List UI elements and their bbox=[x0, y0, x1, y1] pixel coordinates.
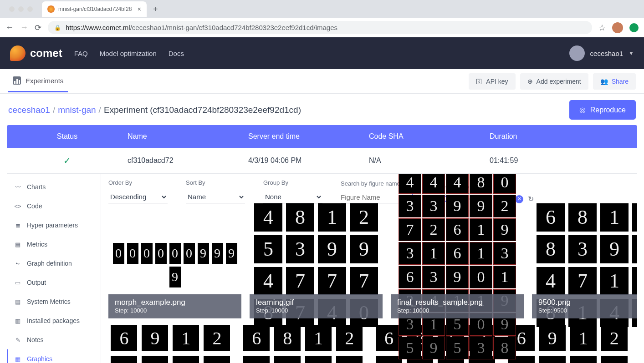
plus-icon: ⊕ bbox=[527, 78, 533, 85]
card-caption: morph_example.pngStep: 10000 bbox=[108, 294, 241, 318]
api-key-button[interactable]: ⚿API key bbox=[469, 73, 515, 90]
sidebar-item-notes[interactable]: ✎Notes bbox=[7, 330, 101, 349]
sidebar-item-graph[interactable]: •◦Graph definition bbox=[7, 254, 101, 273]
username: ceceshao1 bbox=[590, 50, 624, 57]
list-icon: ≣ bbox=[14, 222, 21, 229]
window-controls[interactable] bbox=[5, 6, 37, 12]
summary-duration: 01:41:59 bbox=[490, 156, 610, 165]
sidebar-item-output[interactable]: ▭Output bbox=[7, 273, 101, 292]
reload-button[interactable]: ⟳ bbox=[35, 23, 41, 33]
nav-model-optimization[interactable]: Model optimization bbox=[100, 50, 157, 57]
extension-icon[interactable] bbox=[629, 23, 639, 32]
package-icon: ▥ bbox=[14, 318, 21, 324]
sidebar-item-charts[interactable]: 〰Charts bbox=[7, 177, 101, 197]
profile-avatar[interactable] bbox=[612, 22, 623, 33]
favicon-icon bbox=[47, 5, 55, 13]
graph-icon: •◦ bbox=[14, 260, 21, 267]
summary-header: Status Name Server end time Code SHA Dur… bbox=[7, 125, 637, 148]
tab-experiments[interactable]: Experiments bbox=[8, 70, 68, 92]
card-caption: 9500.pngStep: 9500 bbox=[532, 294, 637, 318]
tab-title: mnist-gan/cf310adacd724bf28 bbox=[58, 6, 135, 12]
bookmark-icon[interactable]: ☆ bbox=[598, 23, 606, 33]
group-by-select[interactable]: None bbox=[263, 191, 322, 203]
key-icon: ⚿ bbox=[476, 78, 482, 85]
crumb-project[interactable]: mnist-gan bbox=[58, 105, 96, 115]
refresh-icon[interactable]: ↻ bbox=[528, 195, 534, 203]
image-card[interactable]: 69125399 bbox=[506, 325, 630, 363]
sidebar-item-sysmetrics[interactable]: ▤System Metrics bbox=[7, 292, 101, 311]
new-tab-button[interactable]: + bbox=[153, 5, 158, 14]
bar-chart-icon bbox=[13, 76, 21, 85]
close-tab-icon[interactable]: × bbox=[138, 5, 141, 13]
sort-by-select[interactable]: Name bbox=[186, 191, 245, 203]
search-input[interactable] bbox=[341, 192, 404, 203]
group-by-label: Group By bbox=[263, 179, 322, 186]
image-card[interactable]: 68128399471781409500.pngStep: 9500 bbox=[532, 212, 637, 318]
order-by-label: Order By bbox=[108, 179, 168, 186]
share-icon: 👥 bbox=[600, 78, 608, 85]
sidebar-item-code[interactable]: <>Code bbox=[7, 197, 101, 216]
order-by-select[interactable]: Descending bbox=[108, 191, 168, 203]
crumb-workspace[interactable]: ceceshao1 bbox=[8, 105, 50, 115]
chart-icon: 〰 bbox=[14, 184, 21, 191]
sidebar-item-graphics[interactable]: ▦Graphics bbox=[7, 349, 101, 363]
lock-icon: 🔒 bbox=[54, 25, 61, 31]
user-avatar[interactable] bbox=[569, 45, 585, 61]
sys-icon: ▤ bbox=[14, 298, 21, 305]
logo-icon bbox=[10, 45, 26, 61]
crumb-experiment: Experiment (cf310adacd724bf280323e2eef92… bbox=[104, 105, 301, 115]
forward-button[interactable]: → bbox=[20, 23, 28, 32]
reproduce-button[interactable]: ◎ Reproduce bbox=[569, 100, 636, 120]
image-card[interactable]: 68128399 bbox=[241, 325, 365, 363]
browser-chrome: mnist-gan/cf310adacd724bf28 × + ← → ⟳ 🔒 … bbox=[0, 0, 644, 37]
card-caption: learning.gifStep: 10000 bbox=[250, 294, 383, 318]
brand-text: comet bbox=[30, 47, 62, 60]
fingerprint-icon: ◎ bbox=[579, 106, 586, 114]
share-button[interactable]: 👥Share bbox=[593, 73, 636, 90]
image-card[interactable]: 4812539947778740learning.gifStep: 10000 bbox=[250, 212, 383, 318]
nav-faq[interactable]: FAQ bbox=[74, 50, 88, 57]
summary-name: cf310adacd72 bbox=[128, 156, 248, 165]
summary-end: 4/3/19 04:06 PM bbox=[248, 156, 369, 165]
code-icon: <> bbox=[14, 203, 21, 210]
pencil-icon: ✎ bbox=[14, 337, 21, 343]
sidebar-item-metrics[interactable]: ▤Metrics bbox=[7, 235, 101, 254]
back-button[interactable]: ← bbox=[5, 23, 14, 32]
output-icon: ▭ bbox=[14, 279, 21, 286]
card-caption: final_results_sample.pngStep: 10000 bbox=[391, 294, 524, 318]
breadcrumb: ceceshao1 / mnist-gan / Experiment (cf31… bbox=[0, 94, 644, 125]
sidebar-item-hyper[interactable]: ≣Hyper parameters bbox=[7, 216, 101, 235]
summary-sha: N/A bbox=[369, 156, 490, 165]
sidebar: 〰Charts <>Code ≣Hyper parameters ▤Metric… bbox=[7, 174, 101, 363]
logo[interactable]: comet bbox=[10, 45, 62, 61]
clear-step-icon[interactable]: ✕ bbox=[515, 195, 523, 203]
address-bar[interactable]: 🔒 https://www.comet.ml/ceceshao1/mnist-g… bbox=[48, 21, 592, 34]
summary-row: ✓ cf310adacd72 4/3/19 04:06 PM N/A 01:41… bbox=[7, 148, 637, 174]
add-experiment-button[interactable]: ⊕Add experiment bbox=[520, 73, 588, 90]
sidebar-item-packages[interactable]: ▥Installed packages bbox=[7, 311, 101, 330]
chevron-down-icon[interactable]: ▼ bbox=[629, 50, 634, 56]
image-card[interactable]: 69128398 bbox=[108, 325, 233, 363]
sort-by-label: Sort By bbox=[186, 179, 245, 186]
nav-docs[interactable]: Docs bbox=[169, 50, 184, 57]
browser-tab[interactable]: mnist-gan/cf310adacd724bf28 × bbox=[42, 1, 147, 17]
check-icon: ✓ bbox=[63, 156, 71, 166]
image-icon: ▦ bbox=[14, 356, 21, 363]
image-card[interactable]: 4448033992726193161363901241193150959538… bbox=[391, 212, 524, 318]
image-card[interactable]: 0000009999morph_example.pngStep: 10000 bbox=[108, 212, 241, 318]
app-header: comet FAQ Model optimization Docs cecesh… bbox=[0, 37, 644, 69]
tab-label: Experiments bbox=[26, 77, 63, 85]
metrics-icon: ▤ bbox=[14, 241, 21, 248]
